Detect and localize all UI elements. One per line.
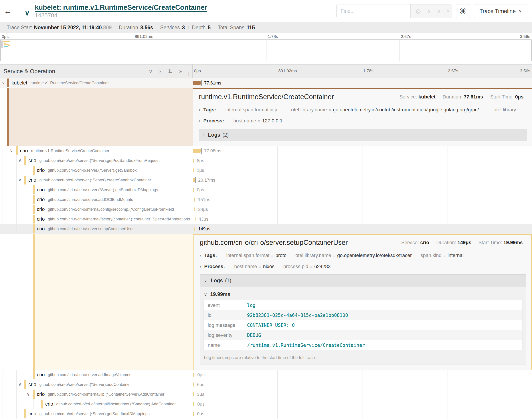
chevron-down-icon: ∨ [204, 278, 207, 283]
span-row[interactable]: ∨ kubeletruntime.v1.RuntimeService/Creat… [0, 78, 532, 88]
log-field-row[interactable]: log.severityDEBUG [204, 330, 522, 340]
span-boundary-tick [195, 177, 196, 183]
find-tools: ◎ ∧ ∨ × [410, 4, 452, 18]
expand-all-icon[interactable]: » [179, 68, 182, 75]
span-row[interactable]: criogithub.com/cri-o/cri-o/server.addIma… [0, 370, 532, 380]
span-duration-label: 8μs [197, 158, 204, 163]
span-duration-bar[interactable] [193, 149, 201, 153]
minimap-span-bar [3, 43, 6, 44]
chevron-down-icon[interactable]: ∨ [18, 158, 21, 163]
timeline-minimap[interactable] [0, 40, 532, 61]
span-duration-bar[interactable] [195, 217, 196, 221]
view-selector-button[interactable]: Trace Timeline ∨ [474, 4, 527, 18]
span-duration-bar[interactable] [193, 412, 194, 416]
process-accordion[interactable]: › Process: host.name=127.0.0.1 [199, 115, 527, 126]
logs-body: ∨ 19.99ms eventlog id92b82381-025c-4a64-… [200, 287, 526, 365]
span-duration-label: 77.08ms [204, 148, 221, 153]
span-bar-cell[interactable]: 0μs [193, 399, 532, 409]
span-bar-cell[interactable]: 149μs [193, 224, 532, 234]
logs-accordion[interactable]: ∨ Logs (1) [200, 274, 526, 287]
span-duration-bar[interactable] [193, 178, 195, 182]
log-field-row[interactable]: name/runtime.v1.RuntimeService/CreateCon… [204, 340, 522, 350]
grid-header: Service & Operation ∨ › ⇊ » || 0μs 891.0… [0, 64, 532, 78]
view-selector-label: Trace Timeline [480, 8, 516, 15]
back-button[interactable]: ← [0, 0, 16, 22]
process-accordion[interactable]: › Process: host.name=nixos process.pid=6… [200, 261, 526, 272]
span-bar-cell[interactable]: 77.61ms [193, 78, 532, 88]
span-duration-bar[interactable] [193, 159, 194, 163]
span-bar-cell[interactable]: 0μs [193, 370, 532, 380]
locate-icon[interactable]: ◎ [416, 8, 421, 15]
log-entry-accordion[interactable]: ∨ 19.99ms [203, 289, 522, 300]
span-duration-bar[interactable] [193, 402, 194, 406]
span-row[interactable]: criogithub.com/cri-o/cri-o/server.addOCI… [0, 195, 532, 204]
clear-find-icon[interactable]: × [447, 8, 450, 15]
span-boundary-tick [195, 226, 195, 232]
span-row[interactable]: criogithub.com/cri-o/cri-o/internal/lib/… [0, 399, 532, 409]
log-field-row[interactable]: id92b82381-025c-4a64-815c-ba2e1bb08100 [204, 310, 522, 320]
span-bar-cell[interactable]: 6μs [193, 380, 532, 390]
span-rows: ∨ kubeletruntime.v1.RuntimeService/Creat… [0, 78, 532, 419]
tag-overflow: otel.library.v… [494, 107, 524, 112]
span-row[interactable]: ∨ criogithub.com/cri-o/cri-o/server.(*Se… [0, 380, 532, 390]
span-row[interactable]: criogithub.com/cri-o/cri-o/server.(*Serv… [0, 409, 532, 419]
span-bar-cell[interactable]: 24μs [193, 204, 532, 214]
span-bar-cell[interactable]: 77.08ms [193, 146, 532, 156]
collapse-header-icon[interactable]: ∨ [24, 8, 30, 17]
logs-accordion[interactable]: › Logs (2) [199, 129, 527, 141]
find-input[interactable] [337, 4, 410, 18]
span-duration-bar[interactable] [194, 197, 195, 202]
span-bar-cell[interactable]: 43μs [193, 214, 532, 224]
expand-one-icon[interactable]: › [159, 68, 161, 75]
chevron-down-icon[interactable]: ∨ [27, 391, 30, 397]
span-row[interactable]: ∨ criogithub.com/cri-o/cri-o/server.(*Se… [0, 175, 532, 185]
span-duration-bar[interactable] [193, 392, 194, 396]
span-row[interactable]: ∨ crioruntime.v1.RuntimeService/CreateCo… [0, 146, 532, 156]
prev-match-icon[interactable]: ∧ [427, 8, 431, 15]
collapse-all-icon[interactable]: ⇊ [168, 68, 172, 75]
chevron-down-icon[interactable]: ∨ [18, 382, 21, 387]
top-bar: ← ∨ kubelet: runtime.v1.RuntimeService/C… [0, 0, 532, 22]
span-bar-cell[interactable]: 20.17ms [193, 175, 532, 185]
span-duration-bar[interactable] [193, 188, 194, 192]
span-duration-label: 0μs [197, 402, 205, 407]
timeline-ruler: 0μs 891.02ms 1.78s 2.67s 3.56s [193, 64, 532, 78]
trace-depth: Depth5 [188, 25, 214, 30]
collapse-one-icon[interactable]: ∨ [149, 68, 153, 75]
span-row[interactable]: ∨ criogithub.com/cri-o/cri-o/server.(*Se… [0, 156, 532, 165]
span-detail-row: github.com/cri-o/cri-o/server.setupConta… [0, 234, 532, 370]
span-bar-cell[interactable]: 3μs [193, 390, 532, 399]
span-row[interactable]: criogithub.com/cri-o/cri-o/server.(*Serv… [0, 185, 532, 195]
span-boundary-tick [195, 206, 195, 212]
span-row-selected[interactable]: criogithub.com/cri-o/cri-o/server.setupC… [0, 224, 532, 234]
trace-title-link[interactable]: kubelet: runtime.v1.RuntimeService/Creat… [35, 3, 207, 12]
span-bar-cell[interactable]: 0μs [193, 185, 532, 195]
chevron-right-icon: › [199, 119, 200, 123]
span-bar-cell[interactable]: 1μs [193, 165, 532, 175]
span-bar-cell[interactable]: 8μs [193, 156, 532, 165]
chevron-down-icon[interactable]: ∨ [18, 177, 21, 182]
chevron-down-icon[interactable]: ∨ [2, 80, 5, 85]
log-field-row[interactable]: eventlog [204, 300, 522, 310]
span-bar-cell[interactable]: 151μs [193, 195, 532, 204]
span-duration-bar[interactable] [193, 81, 201, 85]
span-row[interactable]: ∨ criogithub.com/cri-o/cri-o/internal/li… [0, 390, 532, 399]
span-duration-bar[interactable] [193, 373, 194, 377]
log-field-row[interactable]: log.messageCONTAINER USER: 0 [204, 320, 522, 330]
find-group: ◎ ∧ ∨ × [336, 4, 452, 18]
next-match-icon[interactable]: ∨ [437, 8, 441, 15]
keyboard-shortcuts-button[interactable]: ⌘ [456, 4, 470, 18]
span-row[interactable]: criogithub.com/cri-o/cri-o/internal/conf… [0, 204, 532, 214]
span-row[interactable]: criogithub.com/cri-o/cri-o/server.(*Serv… [0, 165, 532, 175]
span-row[interactable]: criogithub.com/cri-o/cri-o/internal/fact… [0, 214, 532, 224]
minimap-span-bar [4, 46, 8, 46]
tags-accordion[interactable]: › Tags: internal.span.format=proto otel.… [200, 250, 526, 261]
span-duration-bar[interactable] [193, 168, 194, 172]
chevron-down-icon[interactable]: ∨ [10, 148, 13, 153]
span-duration-bar[interactable] [193, 383, 194, 387]
trace-id: 1425704 [35, 12, 207, 19]
span-bar-cell[interactable]: 0μs [193, 409, 532, 419]
column-resizer[interactable]: || [188, 71, 191, 76]
tags-accordion[interactable]: › Tags: internal.span.format=proto otel.… [199, 104, 527, 115]
span-duration-label: 0μs [197, 187, 204, 193]
